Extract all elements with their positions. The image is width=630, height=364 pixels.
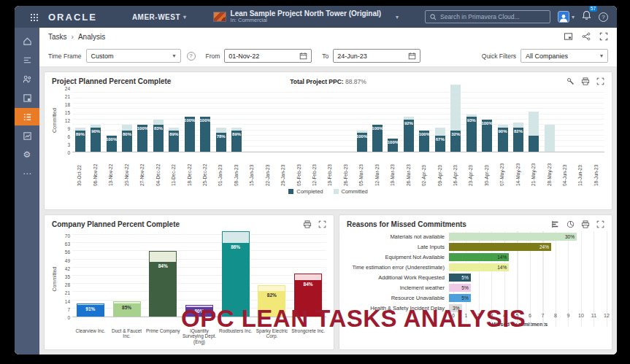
reason-bar-label: 24%: [539, 244, 549, 249]
ppc-bar[interactable]: 100%: [419, 131, 429, 152]
sidebar-item-tasks[interactable]: [15, 108, 39, 125]
ppc-bar[interactable]: 89%: [75, 128, 85, 152]
sidebar-item-reports[interactable]: [15, 127, 39, 144]
share-button[interactable]: [582, 32, 591, 41]
x-label-slot: 30-Apr-23: [479, 154, 494, 186]
print-button[interactable]: [581, 77, 590, 85]
from-date-input[interactable]: 01-Nov-22: [224, 49, 312, 63]
home-icon: [23, 36, 32, 46]
ppc-bar[interactable]: 100%: [137, 125, 147, 152]
chart-settings-button[interactable]: [566, 77, 575, 85]
bar-view-button[interactable]: [551, 220, 560, 228]
ppc-bar-label: 100%: [417, 132, 431, 136]
ppc-bar[interactable]: 100%: [357, 131, 367, 152]
ppc-y-axis-title: Committed: [52, 88, 59, 152]
ppc-bar[interactable]: [545, 125, 555, 152]
x-label-slot: 09-Apr-23: [432, 154, 447, 186]
project-context: In: Commercial: [231, 18, 382, 23]
x-axis-label: 04-Dec-22: [156, 154, 161, 186]
sidebar-item-board[interactable]: [15, 89, 39, 107]
ppc-bar-label: 78%: [214, 134, 228, 139]
ppc-bar[interactable]: 89%: [169, 128, 179, 152]
breadcrumb-tasks[interactable]: Tasks: [48, 33, 67, 41]
fullscreen-button[interactable]: [596, 77, 604, 85]
company-bar[interactable]: 84%: [149, 251, 177, 317]
x-label-slot: 18-Jun-23: [588, 154, 604, 186]
ppc-bar-slot: 100%: [104, 88, 119, 152]
print-button[interactable]: [303, 220, 312, 228]
time-frame-info-icon[interactable]: ?: [187, 52, 196, 61]
company-bar-label: 86%: [220, 244, 252, 249]
sidebar-item-more[interactable]: ⋯: [15, 165, 39, 182]
reason-bar[interactable]: 5%: [449, 284, 471, 292]
y-tick: 28: [65, 282, 70, 287]
reason-label: Equipment Not Available: [347, 254, 449, 260]
y-tick: 63: [65, 241, 70, 247]
x-axis-label: 19-Mar-23: [391, 154, 396, 186]
y-tick: 14: [65, 298, 70, 303]
x-axis-label: 23-Apr-23: [469, 154, 474, 186]
ppc-bar[interactable]: 92%: [404, 117, 414, 152]
time-frame-select[interactable]: Custom ▾: [86, 49, 181, 63]
reason-bar[interactable]: 5%: [449, 294, 471, 302]
ppc-bar[interactable]: 80%: [122, 125, 132, 152]
sidebar-item-activities[interactable]: [15, 51, 39, 69]
reason-bar[interactable]: 24%: [449, 243, 551, 251]
project-selector[interactable]: Lean Sample Project North Tower (Origina…: [213, 9, 399, 23]
reason-bar-label: 14%: [497, 255, 507, 260]
watermark-text: OPC LEAN TASKS ANALYSIS: [181, 305, 526, 333]
reason-bar[interactable]: 5%: [449, 274, 471, 282]
ppc-bar[interactable]: 90%: [91, 125, 101, 152]
print-button[interactable]: [581, 220, 590, 228]
ppc-bar[interactable]: 78%: [216, 128, 226, 152]
breadcrumb-analysis: Analysis: [78, 33, 105, 41]
help-button[interactable]: ?: [599, 12, 608, 22]
x-label-slot: 14-May-23: [510, 154, 526, 186]
company-bar[interactable]: 85%: [113, 301, 141, 317]
x-axis-label: 12-Feb-23: [312, 154, 318, 186]
reason-bar[interactable]: 14%: [449, 253, 509, 261]
slides-button[interactable]: [564, 32, 573, 41]
ppc-bar[interactable]: 93%: [466, 115, 477, 152]
ppc-bar[interactable]: [529, 112, 539, 152]
user-menu[interactable]: ▾: [558, 11, 575, 23]
fullscreen-button[interactable]: [596, 220, 604, 228]
legend-completed: Completed: [288, 188, 323, 195]
ppc-bar[interactable]: 100%: [482, 120, 492, 152]
sidebar-item-home[interactable]: [15, 32, 39, 50]
fullscreen-button[interactable]: [599, 32, 608, 41]
ppc-bar[interactable]: 82%: [513, 123, 523, 152]
ppc-bar[interactable]: 32%: [450, 85, 461, 152]
ppc-bar[interactable]: 100%: [200, 117, 210, 152]
ppc-bar-slot: [323, 88, 338, 152]
ppc-bar[interactable]: 100%: [107, 136, 117, 152]
sidebar-item-team[interactable]: [15, 70, 39, 88]
reason-bar[interactable]: 30%: [449, 233, 577, 241]
x-tick: 10: [578, 313, 584, 318]
ppc-bar[interactable]: 90%: [498, 125, 508, 152]
ppc-bar[interactable]: 100%: [185, 117, 195, 152]
search-input[interactable]: [440, 13, 545, 20]
x-axis-label: 09-Apr-23: [438, 154, 443, 186]
company-bar[interactable]: 91%: [77, 303, 104, 317]
ppc-bar[interactable]: 89%: [231, 128, 242, 152]
to-date-input[interactable]: 24-Jun-23: [333, 49, 420, 63]
ppc-bar-slot: 100%: [135, 88, 150, 152]
workspace-selector[interactable]: AMER-WEST ▾: [132, 13, 187, 21]
ppc-bar[interactable]: 67%: [435, 128, 445, 152]
quick-filters-select[interactable]: All Companies ▾: [520, 49, 608, 63]
ppc-bar[interactable]: 83%: [153, 120, 164, 152]
global-search[interactable]: [425, 10, 550, 23]
sidebar-item-settings[interactable]: ⚙: [15, 146, 39, 163]
company-bar[interactable]: 86%: [222, 231, 250, 317]
reason-bar[interactable]: 14%: [449, 263, 509, 271]
ppc-bar-label: 100%: [355, 134, 369, 139]
app-grid-icon[interactable]: [31, 14, 32, 15]
fullscreen-button[interactable]: [318, 220, 326, 228]
x-axis-label: 30-Apr-23: [485, 154, 490, 186]
ppc-bar[interactable]: 100%: [372, 125, 383, 152]
notifications-button[interactable]: 57: [582, 10, 591, 23]
pie-view-button[interactable]: [566, 220, 575, 228]
ppc-bar[interactable]: 100%: [388, 139, 398, 152]
ppc-bar-slot: 83%: [150, 88, 166, 152]
